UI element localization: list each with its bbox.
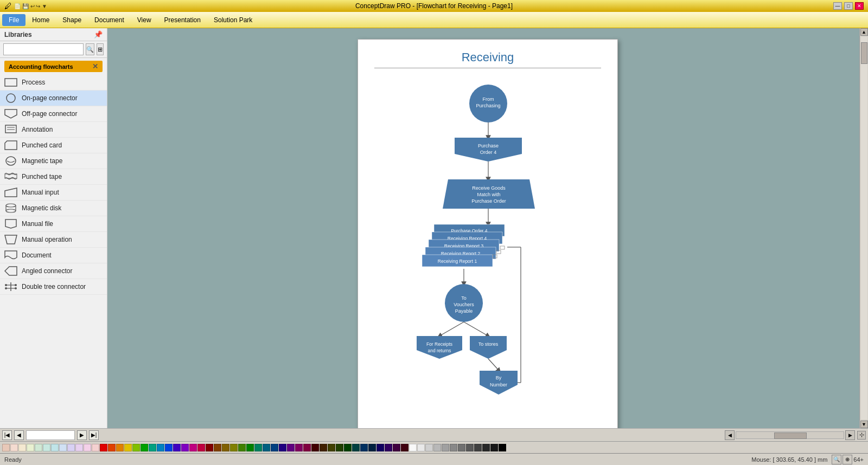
color-swatch-43[interactable] [352,444,360,451]
color-swatch-31[interactable] [254,444,262,451]
sidebar-item-process[interactable]: Process [0,75,107,91]
menu-presentation[interactable]: Presentation [158,14,207,26]
nav-next-button[interactable]: ▶ [77,430,87,440]
color-swatch-59[interactable] [482,444,490,451]
color-swatch-6[interactable] [51,444,59,451]
color-swatch-17[interactable] [141,444,148,451]
color-swatch-39[interactable] [320,444,327,451]
color-swatch-13[interactable] [108,444,116,451]
color-swatch-49[interactable] [401,444,409,451]
color-swatch-14[interactable] [116,444,124,451]
color-swatch-52[interactable] [425,444,433,451]
color-swatch-48[interactable] [393,444,400,451]
color-swatch-12[interactable] [100,444,107,451]
color-swatch-29[interactable] [238,444,246,451]
color-swatch-8[interactable] [67,444,75,451]
color-swatch-27[interactable] [222,444,229,451]
sidebar-item-magnetic-disk[interactable]: Magnetic disk [0,201,107,216]
sidebar-item-punched-tape[interactable]: Punched tape [0,169,107,185]
color-swatch-41[interactable] [336,444,343,451]
color-swatch-21[interactable] [173,444,181,451]
menu-file[interactable]: File [2,14,25,26]
color-swatch-23[interactable] [189,444,197,451]
color-swatch-50[interactable] [409,444,417,451]
color-swatch-10[interactable] [84,444,91,451]
scroll-left-button[interactable]: ◀ [725,430,735,440]
color-swatch-56[interactable] [458,444,465,451]
color-swatch-57[interactable] [466,444,474,451]
color-swatch-7[interactable] [59,444,67,451]
library-close-button[interactable]: ✕ [92,62,98,70]
sidebar-item-manual-file[interactable]: Manual file [0,216,107,232]
vertical-scrollbar[interactable]: ▲ ▼ [859,28,868,428]
color-swatch-58[interactable] [474,444,482,451]
zoom-in-button[interactable]: ⊕ [843,455,852,464]
search-button[interactable]: 🔍 [86,43,94,55]
color-swatch-47[interactable] [385,444,392,451]
sidebar-item-angled-connector[interactable]: Angled connector [0,263,107,279]
menu-shape[interactable]: Shape [56,14,88,26]
color-swatch-55[interactable] [450,444,457,451]
canvas-area[interactable]: ▲ ▼ Receiving [107,28,868,428]
color-swatch-25[interactable] [206,444,213,451]
color-swatch-9[interactable] [75,444,83,451]
color-swatch-33[interactable] [271,444,278,451]
zoom-out-button[interactable]: 🔍 [832,455,841,464]
page-indicator[interactable]: Page1 (1/1) [26,430,75,440]
menu-document[interactable]: Document [88,14,131,26]
h-scroll-thumb[interactable] [774,432,807,439]
color-swatch-40[interactable] [328,444,335,451]
color-swatch-15[interactable] [124,444,132,451]
color-swatch-16[interactable] [132,444,140,451]
menu-view[interactable]: View [131,14,158,26]
sidebar-item-off-page-connector[interactable]: Off-page connector [0,106,107,122]
sidebar-item-double-tree-connector[interactable]: Double tree connector [0,279,107,295]
menu-solution-park[interactable]: Solution Park [207,14,259,26]
color-swatch-60[interactable] [490,444,498,451]
color-swatch-45[interactable] [368,444,376,451]
sidebar-item-on-page-connector[interactable]: On-page connector [0,91,107,106]
color-swatch-20[interactable] [165,444,173,451]
sidebar-item-magnetic-tape[interactable]: Magnetic tape [0,153,107,169]
color-swatch-5[interactable] [43,444,50,451]
color-swatch-51[interactable] [417,444,425,451]
color-swatch-11[interactable] [92,444,99,451]
color-swatch-61[interactable] [499,444,506,451]
color-swatch-18[interactable] [149,444,156,451]
color-swatch-24[interactable] [197,444,205,451]
close-button[interactable]: ✕ [855,2,864,10]
sidebar-item-punched-card[interactable]: Punched card [0,138,107,153]
minimize-button[interactable]: — [833,2,842,10]
color-swatch-19[interactable] [157,444,164,451]
search-input[interactable] [3,43,84,55]
sidebar-item-manual-input[interactable]: Manual input [0,185,107,201]
pin-icon[interactable]: 📌 [94,30,103,38]
color-swatch-3[interactable] [27,444,34,451]
scroll-thumb[interactable] [861,42,867,64]
color-swatch-2[interactable] [18,444,26,451]
color-swatch-46[interactable] [376,444,384,451]
color-swatch-35[interactable] [287,444,295,451]
color-swatch-53[interactable] [433,444,441,451]
nav-last-button[interactable]: ▶| [89,430,99,440]
color-swatch-26[interactable] [214,444,221,451]
scroll-right-button[interactable]: ▶ [845,430,855,440]
scroll-up-button[interactable]: ▲ [860,28,868,36]
color-swatch-42[interactable] [344,444,352,451]
color-swatch-22[interactable] [181,444,189,451]
nav-first-button[interactable]: |◀ [2,430,12,440]
color-swatch-44[interactable] [360,444,368,451]
menu-home[interactable]: Home [25,14,56,26]
color-swatch-36[interactable] [295,444,303,451]
sidebar-item-document[interactable]: Document [0,248,107,263]
color-swatch-37[interactable] [303,444,311,451]
color-swatch-32[interactable] [263,444,270,451]
scroll-down-button[interactable]: ▼ [860,421,868,428]
maximize-button[interactable]: □ [844,2,853,10]
color-swatch-34[interactable] [279,444,286,451]
color-swatch-54[interactable] [442,444,449,451]
color-swatch-1[interactable] [10,444,18,451]
color-swatch-28[interactable] [230,444,238,451]
color-swatch-38[interactable] [311,444,319,451]
color-swatch-0[interactable] [2,444,10,451]
